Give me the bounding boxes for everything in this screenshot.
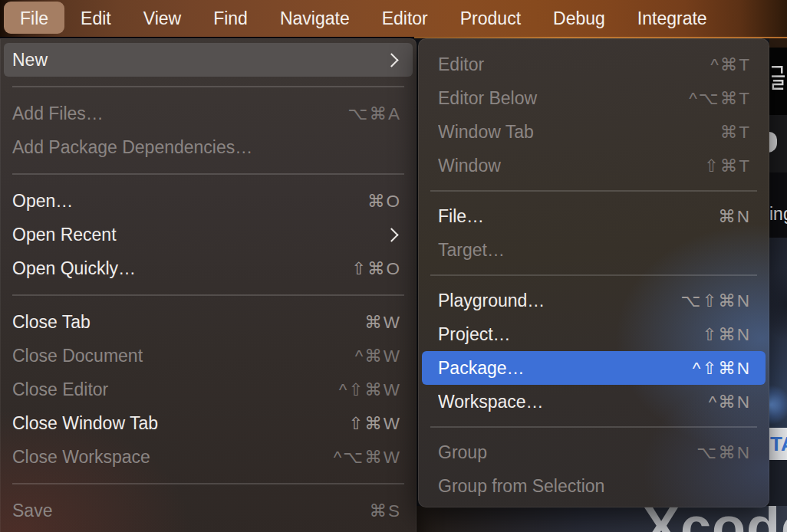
menu-separator: [430, 274, 757, 276]
file-menu-panel: New Add Files… ⌥⌘A Add Package Dependenc…: [0, 38, 417, 532]
menu-item-add-package-dependencies[interactable]: Add Package Dependencies…: [0, 130, 417, 164]
background-dark-block: [769, 460, 787, 507]
menu-separator: [12, 86, 404, 87]
shortcut-label: ^⇧⌘N: [693, 358, 751, 379]
partial-text-ing: ing: [769, 204, 787, 225]
menubar-item-integrate[interactable]: Integrate: [621, 0, 723, 37]
shortcut-label: ⇧⌘W: [348, 413, 401, 434]
menubar-item-navigate[interactable]: Navigate: [264, 0, 366, 37]
menu-item-label: Window Tab: [438, 122, 720, 143]
menu-item-close-document[interactable]: Close Document ^⌘W: [0, 339, 417, 373]
submenu-item-window[interactable]: Window ⇧⌘T: [418, 149, 769, 182]
shortcut-label: ⇧⌘N: [702, 324, 751, 345]
menubar-item-view[interactable]: View: [127, 0, 197, 37]
menubar-item-debug[interactable]: Debug: [537, 0, 621, 37]
menu-item-label: Open Quickly…: [12, 258, 351, 279]
menu-item-new[interactable]: New: [4, 43, 413, 77]
shortcut-label: ^⌥⌘W: [334, 447, 401, 468]
shortcut-label: ⇧⌘T: [704, 156, 751, 176]
menu-item-close-workspace[interactable]: Close Workspace ^⌥⌘W: [0, 440, 417, 474]
shortcut-label: ⌘W: [364, 312, 401, 333]
shortcut-label: ^⌘T: [710, 54, 751, 75]
new-submenu-panel: Editor ^⌘T Editor Below ^⌥⌘T Window Tab …: [418, 38, 769, 507]
shortcut-label: ⌥⌘A: [348, 103, 401, 124]
menu-item-label: Editor: [438, 54, 710, 75]
xcode-wordmark: Xcode: [643, 506, 787, 532]
menu-item-label: Target…: [438, 240, 751, 261]
submenu-item-file[interactable]: File… ⌘N: [418, 199, 769, 233]
ta-logo-text: TA: [770, 432, 787, 456]
menu-separator: [12, 483, 404, 484]
submenu-item-editor-below[interactable]: Editor Below ^⌥⌘T: [418, 81, 769, 115]
menubar-item-label: File: [20, 8, 48, 29]
submenu-item-workspace[interactable]: Workspace… ^⌘N: [418, 385, 769, 419]
menubar-item-label: Debug: [553, 8, 605, 29]
menubar-item-label: Navigate: [280, 8, 350, 29]
menu-item-label: Group: [438, 442, 696, 463]
menubar-item-label: Edit: [81, 8, 111, 29]
menu-separator: [12, 294, 404, 296]
submenu-item-target[interactable]: Target…: [418, 233, 769, 267]
menu-item-open[interactable]: Open… ⌘O: [0, 184, 417, 218]
submenu-item-playground[interactable]: Playground… ⌥⇧⌘N: [418, 284, 769, 317]
submenu-item-window-tab[interactable]: Window Tab ⌘T: [418, 115, 769, 149]
submenu-item-package[interactable]: Package… ^⇧⌘N: [422, 351, 766, 385]
menu-separator: [430, 190, 757, 192]
shortcut-label: ^⌘N: [709, 392, 751, 412]
shortcut-label: ^⇧⌘W: [339, 379, 401, 400]
shortcut-label: ^⌘W: [355, 346, 401, 366]
shortcut-label: ⌘T: [720, 122, 751, 143]
menu-item-label: Editor Below: [438, 88, 689, 109]
menubar-item-editor[interactable]: Editor: [366, 0, 444, 37]
shortcut-label: ⇧⌘O: [351, 258, 401, 279]
background-artwork-block: [769, 238, 787, 428]
menubar-item-file[interactable]: File: [4, 0, 64, 37]
menubar-item-find[interactable]: Find: [197, 0, 264, 37]
menu-item-close-tab[interactable]: Close Tab ⌘W: [0, 305, 417, 339]
wallpaper-orange-rim: [414, 37, 787, 38]
submenu-item-project[interactable]: Project… ⇧⌘N: [418, 317, 769, 351]
menu-item-label: Close Document: [12, 346, 355, 366]
menu-item-duplicate[interactable]: Duplicate… ⇧⌘S: [0, 527, 417, 532]
menubar-item-edit[interactable]: Edit: [64, 0, 127, 37]
menu-item-label: New: [12, 50, 387, 71]
menu-item-label: Package…: [438, 358, 693, 379]
menu-item-close-window-tab[interactable]: Close Window Tab ⇧⌘W: [0, 406, 417, 440]
menubar-item-product[interactable]: Product: [444, 0, 537, 37]
menu-item-save[interactable]: Save ⌘S: [0, 494, 417, 527]
shortcut-label: ⌘S: [369, 501, 401, 521]
menu-item-label: Save: [12, 501, 369, 521]
menu-item-label: Add Package Dependencies…: [12, 137, 401, 158]
background-shadow-block: [769, 38, 787, 48]
menu-item-label: Playground…: [438, 291, 680, 311]
submenu-item-editor[interactable]: Editor ^⌘T: [418, 48, 769, 81]
shortcut-label: ^⌥⌘T: [689, 88, 751, 109]
menu-item-label: Open…: [12, 191, 367, 212]
menu-separator: [12, 173, 404, 175]
menu-item-label: Close Window Tab: [12, 413, 348, 434]
menu-item-label: Window: [438, 156, 704, 176]
background-bottom-strip: Xcode: [417, 506, 787, 532]
background-text-block: ing: [769, 172, 787, 238]
menu-item-label: Workspace…: [438, 392, 709, 412]
menu-item-add-files[interactable]: Add Files… ⌥⌘A: [0, 97, 417, 130]
menu-item-open-recent[interactable]: Open Recent: [0, 218, 417, 251]
shortcut-label: ⌥⌘N: [696, 442, 751, 463]
menubar-item-label: Product: [460, 8, 521, 29]
menubar-item-label: Integrate: [637, 8, 707, 29]
shortcut-label: ⌘N: [718, 206, 751, 227]
menu-separator: [430, 426, 757, 428]
background-window-strip: ing TA: [769, 38, 787, 507]
submenu-item-group-from-selection[interactable]: Group from Selection: [418, 469, 769, 503]
menubar-item-label: Find: [213, 8, 248, 29]
menu-item-label: Group from Selection: [438, 476, 751, 497]
submenu-item-group[interactable]: Group ⌥⌘N: [418, 435, 769, 469]
submenu-arrow-icon: [384, 53, 398, 67]
screen: ing TA Xcode File Edit View Find Navigat…: [0, 0, 787, 532]
shortcut-label: ⌘O: [367, 191, 401, 212]
menu-item-label: Add Files…: [12, 103, 348, 124]
menu-item-label: Close Editor: [12, 379, 339, 400]
menu-item-open-quickly[interactable]: Open Quickly… ⇧⌘O: [0, 251, 417, 285]
shortcut-label: ⌥⇧⌘N: [680, 291, 751, 311]
menu-item-close-editor[interactable]: Close Editor ^⇧⌘W: [0, 373, 417, 406]
